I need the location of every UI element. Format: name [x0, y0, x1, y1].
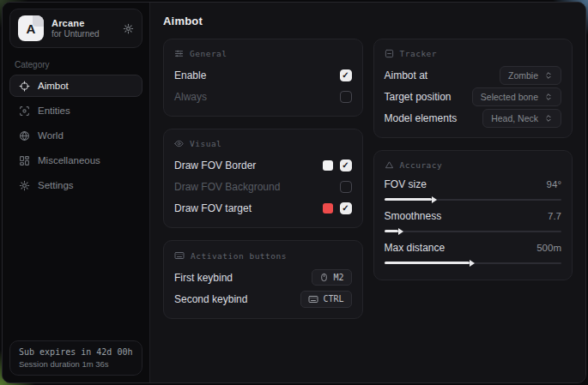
slider-thumb[interactable]: [432, 196, 437, 203]
setting-label: Target position: [385, 91, 452, 103]
main-panel: Aimbot General Enable: [150, 3, 585, 382]
fov-target-checkbox[interactable]: [340, 202, 352, 214]
activation-card: Activation buttons First keybind M2: [163, 240, 363, 319]
category-label: Category: [15, 60, 137, 69]
card-header-label: Accuracy: [400, 160, 443, 170]
grid-icon: [19, 155, 30, 166]
sidebar-item-miscellaneous[interactable]: Miscellaneous: [9, 149, 142, 171]
card-header: General: [174, 49, 352, 58]
accuracy-card: Accuracy FOV size 94°: [373, 150, 573, 280]
setting-label: FOV size: [385, 178, 427, 190]
setting-row-max-distance: Max distance 500m: [385, 239, 562, 267]
setting-label: Max distance: [385, 242, 446, 254]
setting-label: Model elements: [385, 112, 458, 124]
first-keybind-button[interactable]: M2: [312, 269, 351, 286]
setting-row-fov-background: Draw FOV Background: [174, 176, 352, 197]
app-subtitle: for Unturned: [52, 29, 115, 39]
slider-thumb[interactable]: [470, 260, 475, 267]
setting-value: 7.7: [548, 211, 561, 221]
setting-row-first-keybind: First keybind M2: [174, 267, 352, 288]
gear-icon: [19, 180, 30, 191]
fov-background-checkbox[interactable]: [340, 181, 352, 193]
card-header: Visual: [174, 139, 352, 148]
setting-row-fov-size: FOV size 94°: [385, 176, 562, 203]
fov-size-slider[interactable]: [385, 196, 562, 203]
card-header: Tracker: [385, 49, 562, 58]
page-title: Aimbot: [163, 15, 573, 27]
visual-card: Visual Draw FOV Border Draw FOV Backgrou…: [163, 129, 363, 228]
setting-label: Draw FOV Border: [174, 159, 256, 171]
setting-row-target-position: Target position Selected bone: [385, 86, 562, 107]
chevrons-up-down-icon: [544, 93, 553, 101]
setting-row-model-elements: Model elements Head, Neck: [385, 107, 562, 129]
target-position-select[interactable]: Selected bone: [472, 87, 561, 106]
cheat-menu-window: A Arcane for Unturned Category: [2, 2, 586, 383]
setting-label: Draw FOV target: [174, 202, 252, 214]
subscription-info: Sub expires in 42d 00h Session duration …: [9, 340, 142, 376]
aimbot-at-select[interactable]: Zombie: [500, 66, 561, 85]
setting-row-aimbot-at: Aimbot at Zombie: [385, 64, 562, 86]
frame-minus-icon: [385, 49, 394, 58]
sidebar: A Arcane for Unturned Category: [3, 3, 150, 382]
setting-value: 94°: [547, 179, 561, 189]
sliders-icon: [174, 49, 184, 58]
fov-border-checkbox[interactable]: [340, 159, 352, 171]
sidebar-item-label: Miscellaneous: [38, 155, 100, 165]
app-logo: A: [18, 15, 44, 41]
smoothness-slider[interactable]: [385, 227, 562, 235]
card-header: Accuracy: [385, 160, 562, 170]
sidebar-nav: Aimbot Entities World: [3, 75, 149, 196]
keybind-value: M2: [333, 273, 343, 282]
gear-icon[interactable]: [123, 23, 134, 34]
card-header-label: Tracker: [400, 49, 438, 58]
second-keybind-button[interactable]: CTRL: [300, 291, 351, 308]
enable-checkbox[interactable]: [340, 69, 352, 81]
card-header-label: General: [190, 49, 227, 58]
model-elements-select[interactable]: Head, Neck: [482, 109, 561, 128]
color-swatch[interactable]: [323, 203, 333, 214]
setting-label: Smoothness: [385, 210, 442, 222]
logo-letter: A: [27, 21, 36, 36]
setting-label: Enable: [174, 69, 206, 81]
select-value: Zombie: [508, 70, 538, 81]
slider-thumb[interactable]: [398, 228, 403, 235]
globe-icon: [19, 130, 30, 141]
sidebar-item-label: Settings: [38, 180, 74, 190]
setting-label: Always: [174, 91, 207, 103]
sidebar-item-aimbot[interactable]: Aimbot: [9, 75, 142, 97]
color-swatch[interactable]: [323, 160, 333, 171]
sidebar-item-settings[interactable]: Settings: [9, 174, 142, 196]
setting-row-smoothness: Smoothness 7.7: [385, 208, 562, 235]
triangle-icon: [385, 160, 394, 170]
setting-row-fov-target: Draw FOV target: [174, 197, 352, 219]
always-checkbox[interactable]: [340, 91, 352, 103]
setting-row-always: Always: [174, 86, 352, 107]
sidebar-item-world[interactable]: World: [9, 124, 142, 147]
game-background: A Arcane for Unturned Category: [0, 0, 588, 385]
mouse-icon: [319, 273, 329, 282]
setting-label: Second keybind: [174, 293, 247, 305]
chevrons-up-down-icon: [544, 114, 553, 123]
session-duration-text: Session duration 1m 36s: [19, 359, 133, 369]
scan-icon: [19, 105, 30, 117]
max-distance-slider[interactable]: [385, 259, 562, 267]
select-value: Selected bone: [481, 92, 538, 102]
setting-row-enable: Enable: [174, 64, 352, 86]
card-header-label: Activation buttons: [191, 251, 287, 261]
setting-label: Draw FOV Background: [174, 181, 280, 193]
sidebar-item-entities[interactable]: Entities: [9, 99, 142, 122]
keybind-value: CTRL: [323, 294, 343, 304]
crosshair-icon: [19, 81, 30, 92]
chevrons-up-down-icon: [544, 71, 553, 80]
keyboard-icon: [174, 250, 185, 261]
sub-expires-text: Sub expires in 42d 00h: [19, 347, 133, 357]
keyboard-icon: [308, 294, 318, 304]
app-titles: Arcane for Unturned: [52, 18, 115, 39]
setting-label: Aimbot at: [385, 69, 428, 81]
app-header: A Arcane for Unturned: [9, 9, 142, 48]
select-value: Head, Neck: [491, 113, 538, 123]
setting-value: 500m: [536, 243, 561, 253]
card-header: Activation buttons: [174, 250, 352, 261]
setting-row-fov-border: Draw FOV Border: [174, 154, 352, 176]
setting-row-second-keybind: Second keybind CTRL: [174, 288, 352, 310]
